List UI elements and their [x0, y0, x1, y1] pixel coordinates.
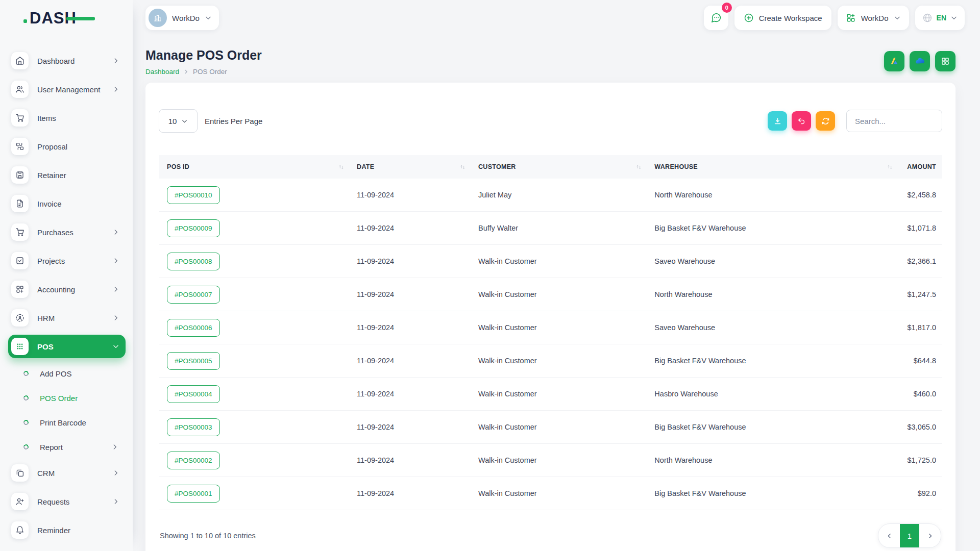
sidebar-item-reminder[interactable]: Reminder — [8, 518, 126, 542]
user-plus-icon — [11, 493, 29, 510]
sidebar-item-label: Dashboard — [37, 57, 112, 65]
check-square-icon — [11, 252, 29, 269]
onedrive-icon — [914, 56, 925, 67]
submenu-item-print-barcode[interactable]: Print Barcode — [8, 412, 126, 433]
pos-id-badge[interactable]: #POS00008 — [167, 253, 220, 270]
cell-warehouse: North Warehouse — [648, 179, 899, 212]
column-header-pos-id[interactable]: POS ID — [159, 155, 351, 179]
sidebar-item-proposal[interactable]: Proposal — [8, 135, 126, 158]
refresh-button[interactable] — [816, 111, 835, 131]
pos-id-badge[interactable]: #POS00009 — [167, 219, 220, 237]
sidebar-item-user-management[interactable]: User Management — [8, 78, 126, 101]
cell-warehouse: Hasbro Warehouse — [648, 378, 899, 411]
sidebar-item-purchases[interactable]: Purchases — [8, 220, 126, 244]
app-sidebar: DASH Dashboard User Management Items — [0, 0, 133, 551]
entries-per-page-value: 10 — [168, 117, 177, 126]
google-drive-button[interactable] — [884, 51, 904, 71]
cell-amount: $2,458.8 — [899, 179, 942, 212]
pos-id-badge[interactable]: #POS00005 — [167, 352, 220, 370]
create-workspace-button[interactable]: Create Workspace — [734, 6, 831, 30]
cell-warehouse: Saveo Warehouse — [648, 311, 899, 344]
column-header-date[interactable]: DATE — [351, 155, 472, 179]
submenu-item-pos-order[interactable]: POS Order — [8, 388, 126, 408]
workspace-selector[interactable]: WorkDo — [145, 6, 219, 30]
pos-id-badge[interactable]: #POS00006 — [167, 319, 220, 337]
undo-button[interactable] — [792, 111, 811, 131]
bullet-icon — [22, 394, 29, 401]
proposal-icon — [11, 138, 29, 155]
dots-grid-icon — [11, 338, 29, 355]
column-header-amount[interactable]: AMOUNT — [899, 155, 942, 179]
submenu-item-add-pos[interactable]: Add POS — [8, 363, 126, 384]
chevron-down-icon — [950, 14, 958, 21]
cell-amount: $2,366.1 — [899, 245, 942, 278]
create-workspace-label: Create Workspace — [759, 14, 822, 22]
previous-page-button[interactable] — [878, 524, 900, 547]
building-icon — [149, 9, 167, 27]
main-content: Manage POS Order Dashboard POS Order — [133, 36, 980, 551]
logo: DASH — [0, 0, 133, 36]
copy-icon — [11, 464, 29, 482]
logo-accent-dot — [23, 19, 27, 23]
sort-icon — [459, 164, 466, 170]
submenu-item-report[interactable]: Report — [8, 437, 126, 457]
grid-view-button[interactable] — [935, 51, 955, 71]
cell-warehouse: Big Basket F&V Warehouse — [648, 411, 899, 444]
sidebar-item-crm[interactable]: CRM — [8, 461, 126, 485]
bell-icon — [11, 521, 29, 539]
cell-date: 11-09-2024 — [351, 344, 472, 378]
language-selector[interactable]: EN — [915, 6, 965, 30]
chevron-down-icon — [205, 14, 212, 21]
table-row: #POS00004 11-09-2024 Walk-in Customer Ha… — [159, 378, 942, 411]
pos-id-badge[interactable]: #POS00007 — [167, 286, 220, 304]
onedrive-button[interactable] — [910, 51, 930, 71]
sidebar-item-projects[interactable]: Projects — [8, 249, 126, 272]
account-menu[interactable]: WorkDo — [838, 6, 909, 30]
cell-customer: Walk-in Customer — [472, 344, 648, 378]
cell-date: 11-09-2024 — [351, 378, 472, 411]
language-code: EN — [937, 14, 946, 22]
pos-id-badge[interactable]: #POS00002 — [167, 452, 220, 469]
cell-customer: Walk-in Customer — [472, 477, 648, 510]
table-row: #POS00003 11-09-2024 Walk-in Customer Bi… — [159, 411, 942, 444]
messages-button[interactable]: 0 — [704, 6, 728, 30]
cell-customer: Walk-in Customer — [472, 378, 648, 411]
sidebar-item-hrm[interactable]: HRM — [8, 306, 126, 330]
search-input[interactable] — [846, 110, 942, 132]
pos-order-table: POS ID DATE CUSTOMER — [159, 155, 942, 510]
sidebar-item-dashboard[interactable]: Dashboard — [8, 49, 126, 72]
cell-customer: Buffy Walter — [472, 212, 648, 245]
next-page-button[interactable] — [919, 524, 941, 547]
pos-id-badge[interactable]: #POS00004 — [167, 385, 220, 403]
sidebar-item-requests[interactable]: Requests — [8, 490, 126, 513]
pos-id-badge[interactable]: #POS00003 — [167, 418, 220, 436]
pos-id-badge[interactable]: #POS00001 — [167, 485, 220, 503]
table-row: #POS00008 11-09-2024 Walk-in Customer Sa… — [159, 245, 942, 278]
pagination: 1 — [878, 523, 941, 548]
users-icon — [11, 81, 29, 98]
sidebar-item-items[interactable]: Items — [8, 106, 126, 130]
chevron-right-icon — [183, 69, 189, 74]
bullet-icon — [22, 370, 29, 377]
sidebar-item-label: Items — [37, 114, 119, 122]
sidebar-item-invoice[interactable]: Invoice — [8, 192, 126, 215]
globe-icon — [922, 13, 933, 23]
column-header-customer[interactable]: CUSTOMER — [472, 155, 648, 179]
submenu-item-label: Add POS — [40, 369, 72, 378]
sort-icon — [635, 164, 642, 170]
pos-id-badge[interactable]: #POS00010 — [167, 186, 220, 204]
export-download-button[interactable] — [768, 111, 787, 131]
sidebar-item-accounting[interactable]: Accounting — [8, 278, 126, 301]
sidebar-item-retainer[interactable]: Retainer — [8, 163, 126, 187]
cell-customer: Walk-in Customer — [472, 311, 648, 344]
sort-icon — [338, 164, 345, 170]
cell-amount: $3,065.0 — [899, 411, 942, 444]
chevron-right-icon — [112, 86, 119, 93]
cart-icon — [11, 223, 29, 241]
sidebar-item-label: CRM — [37, 469, 112, 478]
column-header-warehouse[interactable]: WAREHOUSE — [648, 155, 899, 179]
sidebar-item-pos[interactable]: POS — [8, 335, 126, 358]
entries-per-page-select[interactable]: 10 — [159, 109, 198, 133]
breadcrumb-dashboard-link[interactable]: Dashboard — [145, 68, 179, 76]
page-number-current[interactable]: 1 — [900, 524, 919, 547]
